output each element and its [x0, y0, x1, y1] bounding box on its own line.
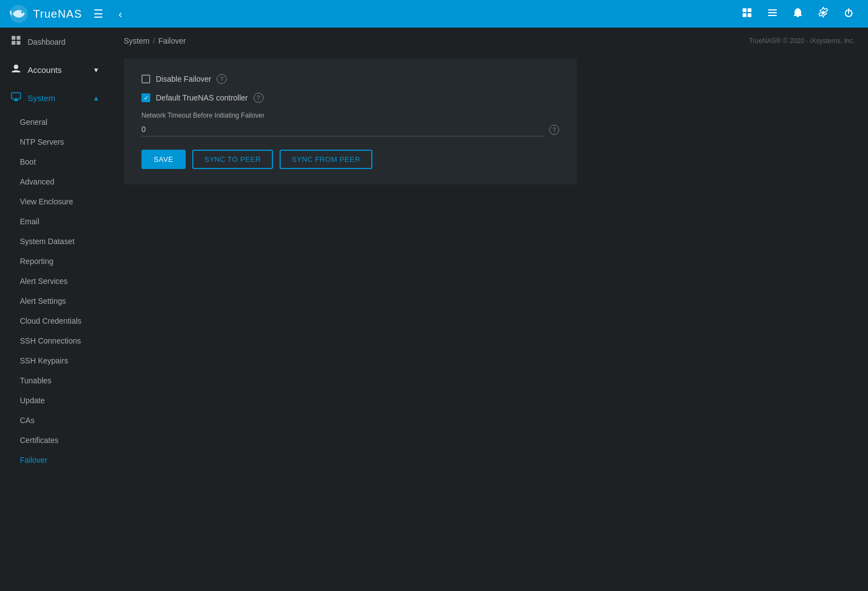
timeout-label: Network Timeout Before Initiating Failov… — [141, 112, 559, 119]
svg-rect-6 — [768, 9, 777, 10]
accounts-expand-icon: ▼ — [93, 66, 99, 74]
logo-icon — [9, 4, 29, 24]
breadcrumb-separator: / — [153, 36, 155, 45]
svg-rect-8 — [768, 15, 777, 16]
sidebar-sub-item-ntp[interactable]: NTP Servers — [0, 132, 111, 152]
svg-rect-18 — [12, 93, 20, 99]
svg-rect-3 — [748, 8, 751, 12]
default-controller-help-icon[interactable]: ? — [254, 93, 264, 103]
svg-rect-4 — [743, 13, 746, 17]
sidebar-item-accounts[interactable]: Accounts ▼ — [0, 56, 111, 84]
disable-failover-label: Disable Failover — [156, 75, 211, 83]
sidebar-sub-item-advanced[interactable]: Advanced — [0, 172, 111, 192]
sidebar-sub-item-alert-settings[interactable]: Alert Settings — [0, 291, 111, 311]
copyright: TrueNAS® © 2020 - iXsystems, Inc. — [749, 37, 855, 45]
topbar-left: TrueNAS ☰ ‹ — [9, 4, 127, 24]
settings-icon[interactable] — [813, 4, 834, 24]
breadcrumb: System / Failover — [124, 36, 186, 45]
sync-from-peer-button[interactable]: SYNC FROM PEER — [280, 150, 372, 169]
alerts-icon[interactable] — [787, 4, 808, 24]
sidebar: Dashboard Accounts ▼ System ▲ General NT… — [0, 28, 111, 591]
sidebar-item-system[interactable]: System ▲ — [0, 84, 111, 112]
disable-failover-row: Disable Failover ? — [141, 74, 559, 84]
svg-rect-15 — [12, 41, 15, 45]
svg-rect-16 — [17, 41, 20, 45]
timeout-input[interactable] — [141, 123, 545, 136]
sidebar-sub-item-email[interactable]: Email — [0, 212, 111, 231]
sidebar-sub-item-boot[interactable]: Boot — [0, 152, 111, 172]
default-controller-checkbox[interactable]: ✓ — [141, 93, 150, 102]
disable-failover-help-icon[interactable]: ? — [217, 74, 227, 84]
sidebar-sub-item-ssh-connections[interactable]: SSH Connections — [0, 331, 111, 351]
svg-rect-9 — [797, 16, 799, 17]
sync-to-peer-button[interactable]: SYNC TO PEER — [192, 150, 273, 169]
topbar: TrueNAS ☰ ‹ — [0, 0, 868, 28]
save-button[interactable]: SAVE — [141, 150, 186, 169]
sidebar-sub-item-update[interactable]: Update — [0, 391, 111, 410]
sidebar-sub-item-reporting[interactable]: Reporting — [0, 251, 111, 271]
sidebar-sub-item-cloud-credentials[interactable]: Cloud Credentials — [0, 311, 111, 331]
svg-point-1 — [22, 12, 24, 14]
failover-form-card: Disable Failover ? ✓ Default TrueNAS con… — [124, 59, 577, 184]
menu-button[interactable]: ☰ — [89, 5, 108, 23]
sidebar-sub-item-cas[interactable]: CAs — [0, 410, 111, 430]
logo: TrueNAS — [9, 4, 82, 24]
svg-point-17 — [14, 65, 18, 69]
breadcrumb-system[interactable]: System — [124, 36, 150, 45]
system-icon — [11, 92, 21, 104]
sidebar-sub-item-failover[interactable]: Failover — [0, 450, 111, 470]
svg-rect-20 — [15, 99, 17, 100]
sidebar-item-dashboard[interactable]: Dashboard — [0, 28, 111, 56]
sidebar-sub-item-ssh-keypairs[interactable]: SSH Keypairs — [0, 351, 111, 371]
dashboard-icon — [11, 35, 21, 48]
breadcrumb-bar: System / Failover TrueNAS® © 2020 - iXsy… — [111, 28, 868, 54]
svg-rect-2 — [743, 8, 746, 12]
system-label: System — [28, 93, 55, 103]
truecommand-icon[interactable] — [737, 4, 757, 24]
svg-rect-14 — [17, 36, 20, 40]
timeout-field-row: ? — [141, 123, 559, 136]
sidebar-sub-item-view-enclosure[interactable]: View Enclosure — [0, 192, 111, 212]
topbar-right — [737, 4, 859, 24]
accounts-icon — [11, 64, 21, 76]
svg-rect-19 — [14, 100, 18, 101]
tasks-icon[interactable] — [762, 4, 783, 24]
sidebar-sub-item-alert-services[interactable]: Alert Services — [0, 271, 111, 291]
disable-failover-checkbox[interactable] — [141, 75, 150, 83]
power-icon[interactable] — [838, 4, 859, 24]
breadcrumb-current: Failover — [159, 36, 186, 45]
content-area: Disable Failover ? ✓ Default TrueNAS con… — [111, 54, 868, 198]
back-button[interactable]: ‹ — [114, 6, 127, 23]
timeout-help-icon[interactable]: ? — [549, 125, 559, 135]
default-controller-row: ✓ Default TrueNAS controller ? — [141, 93, 559, 103]
default-controller-label: Default TrueNAS controller — [156, 93, 248, 102]
sidebar-sub-item-system-dataset[interactable]: System Dataset — [0, 231, 111, 251]
svg-rect-7 — [768, 12, 777, 13]
form-buttons: SAVE SYNC TO PEER SYNC FROM PEER — [141, 150, 559, 169]
svg-point-10 — [822, 11, 825, 14]
main-content: System / Failover TrueNAS® © 2020 - iXsy… — [111, 28, 868, 591]
dashboard-label: Dashboard — [28, 38, 66, 46]
app-title: TrueNAS — [33, 8, 82, 20]
system-expand-icon: ▲ — [93, 94, 99, 102]
sidebar-sub-item-certificates[interactable]: Certificates — [0, 430, 111, 450]
svg-rect-13 — [12, 36, 15, 40]
layout: Dashboard Accounts ▼ System ▲ General NT… — [0, 28, 868, 591]
svg-rect-5 — [748, 13, 751, 17]
sidebar-sub-item-tunables[interactable]: Tunables — [0, 371, 111, 391]
sidebar-sub-item-general[interactable]: General — [0, 112, 111, 132]
accounts-label: Accounts — [28, 65, 62, 75]
timeout-field: Network Timeout Before Initiating Failov… — [141, 112, 559, 136]
